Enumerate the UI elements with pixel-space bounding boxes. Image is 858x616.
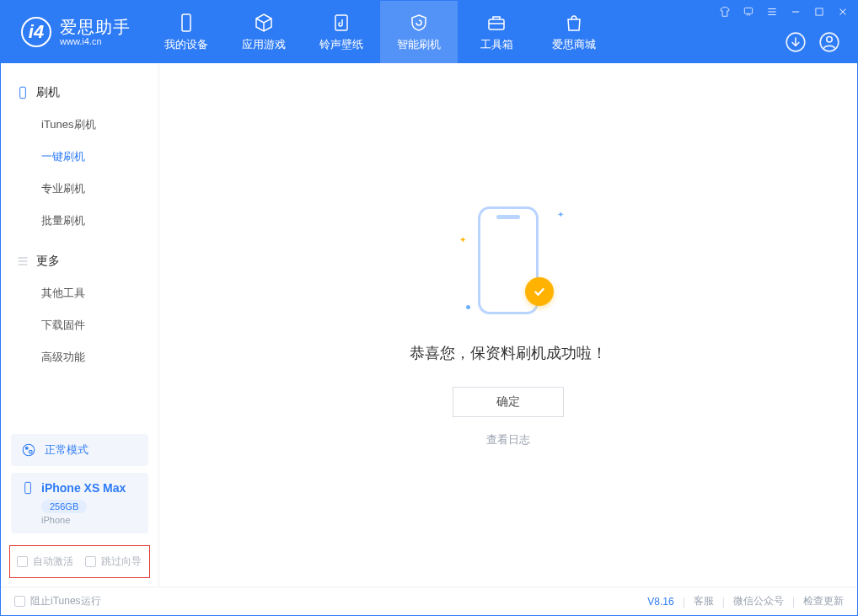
sidebar-group-flash: 刷机: [1, 80, 158, 105]
checkbox-auto-activate[interactable]: 自动激活: [17, 554, 73, 569]
nav-label: 工具箱: [480, 37, 513, 52]
ok-button[interactable]: 确定: [453, 387, 564, 417]
account-icon[interactable]: [818, 31, 840, 53]
checkbox-label: 阻止iTunes运行: [30, 594, 101, 608]
device-icon: [16, 86, 29, 99]
svg-rect-3: [744, 8, 752, 13]
close-icon[interactable]: [837, 6, 849, 20]
sidebar: 刷机 iTunes刷机 一键刷机 专业刷机 批量刷机 更多 其他工具 下载固件 …: [1, 63, 159, 587]
nav-tab-toolbox[interactable]: 工具箱: [458, 1, 535, 63]
feedback-icon[interactable]: [743, 6, 754, 20]
footer-link-support[interactable]: 客服: [694, 594, 714, 608]
nav-tab-store[interactable]: 爱思商城: [535, 1, 613, 63]
refresh-shield-icon: [409, 13, 429, 33]
bag-icon: [564, 13, 584, 33]
list-icon: [16, 254, 29, 268]
sparkle-icon: ✦: [459, 235, 466, 244]
nav-label: 应用游戏: [242, 37, 286, 52]
check-badge-icon: [525, 277, 554, 306]
separator: |: [792, 596, 795, 608]
sidebar-group-title: 更多: [36, 254, 60, 269]
nav-tab-flash[interactable]: 智能刷机: [380, 1, 458, 63]
svg-rect-4: [816, 8, 823, 15]
device-card[interactable]: iPhone XS Max 256GB iPhone: [11, 473, 148, 533]
cube-icon: [254, 13, 274, 33]
device-mode-card[interactable]: 正常模式: [11, 434, 148, 466]
minimize-icon[interactable]: [790, 6, 802, 20]
footer-link-wechat[interactable]: 微信公众号: [733, 594, 784, 608]
logo-icon: i4: [21, 17, 51, 47]
separator: |: [683, 596, 685, 608]
sidebar-group-more: 更多: [1, 249, 158, 274]
mode-icon: [21, 442, 36, 458]
sidebar-scroll: 刷机 iTunes刷机 一键刷机 专业刷机 批量刷机 更多 其他工具 下载固件 …: [1, 63, 158, 426]
toolbox-icon: [486, 13, 507, 33]
nav-tab-apps[interactable]: 应用游戏: [225, 1, 303, 63]
checkbox-icon: [85, 556, 96, 567]
app-footer: 阻止iTunes运行 V8.16 | 客服 | 微信公众号 | 检查更新: [1, 587, 857, 615]
top-nav: 我的设备 应用游戏 铃声壁纸 智能刷机 工具箱 爱思商城: [147, 1, 613, 63]
music-file-icon: [331, 13, 351, 33]
sidebar-item-oneclick-flash[interactable]: 一键刷机: [1, 141, 158, 173]
sidebar-item-itunes-flash[interactable]: iTunes刷机: [1, 109, 158, 141]
device-type: iPhone: [41, 515, 138, 525]
sidebar-item-download-firmware[interactable]: 下载固件: [1, 309, 158, 341]
options-highlight-box: 自动激活 跳过向导: [9, 545, 150, 578]
app-logo: i4 爱思助手 www.i4.cn: [1, 17, 147, 47]
app-domain: www.i4.cn: [60, 36, 131, 46]
phone-icon: [176, 13, 196, 33]
svg-rect-12: [25, 482, 31, 493]
app-name: 爱思助手: [60, 18, 131, 36]
checkbox-icon: [17, 556, 28, 567]
footer-link-update[interactable]: 检查更新: [803, 594, 844, 608]
svg-point-11: [29, 450, 32, 453]
svg-rect-8: [20, 87, 26, 98]
device-name: iPhone XS Max: [41, 481, 126, 495]
skin-icon[interactable]: [719, 6, 731, 20]
download-icon[interactable]: [785, 31, 807, 53]
nav-label: 我的设备: [164, 37, 208, 52]
checkbox-label: 跳过向导: [101, 554, 142, 569]
sidebar-items-more: 其他工具 下载固件 高级功能: [1, 274, 158, 385]
nav-tab-ringtones[interactable]: 铃声壁纸: [303, 1, 380, 63]
logo-text: 爱思助手 www.i4.cn: [60, 18, 131, 46]
success-illustration: ✦ ✦: [458, 203, 559, 321]
sidebar-device-area: 正常模式 iPhone XS Max 256GB iPhone: [1, 426, 158, 538]
svg-rect-2: [489, 19, 504, 29]
sidebar-item-other-tools[interactable]: 其他工具: [1, 277, 158, 309]
view-log-link[interactable]: 查看日志: [486, 432, 530, 447]
dot-icon: [466, 305, 470, 309]
maximize-icon[interactable]: [813, 6, 825, 20]
success-message: 恭喜您，保资料刷机成功啦！: [410, 343, 607, 363]
device-mode-label: 正常模式: [45, 442, 88, 458]
checkbox-block-itunes[interactable]: 阻止iTunes运行: [14, 594, 101, 608]
device-name-row: iPhone XS Max: [21, 481, 138, 495]
svg-point-9: [23, 444, 35, 456]
phone-small-icon: [21, 481, 35, 495]
menu-icon[interactable]: [766, 6, 778, 20]
nav-label: 铃声壁纸: [319, 37, 363, 52]
version-label: V8.16: [647, 596, 673, 608]
checkbox-label: 自动激活: [33, 554, 73, 569]
sparkle-icon: ✦: [557, 210, 564, 219]
checkbox-skip-guide[interactable]: 跳过向导: [85, 554, 142, 569]
nav-tab-my-device[interactable]: 我的设备: [147, 1, 225, 63]
device-capacity-badge: 256GB: [41, 500, 87, 513]
sidebar-group-title: 刷机: [36, 85, 60, 100]
svg-rect-0: [182, 14, 190, 31]
svg-point-7: [827, 37, 833, 43]
app-body: 刷机 iTunes刷机 一键刷机 专业刷机 批量刷机 更多 其他工具 下载固件 …: [1, 63, 857, 587]
sidebar-item-pro-flash[interactable]: 专业刷机: [1, 173, 158, 205]
header-actions: [785, 31, 840, 53]
sidebar-item-batch-flash[interactable]: 批量刷机: [1, 205, 158, 237]
nav-label: 爱思商城: [552, 37, 596, 52]
svg-point-10: [25, 447, 29, 450]
main-content: ✦ ✦ 恭喜您，保资料刷机成功啦！ 确定 查看日志: [159, 63, 857, 587]
svg-rect-1: [335, 15, 347, 30]
separator: |: [722, 596, 725, 608]
app-header: i4 爱思助手 www.i4.cn 我的设备 应用游戏 铃声壁纸 智能刷机 工具…: [1, 1, 857, 63]
sidebar-item-advanced[interactable]: 高级功能: [1, 341, 158, 373]
footer-right: V8.16 | 客服 | 微信公众号 | 检查更新: [647, 594, 844, 608]
sidebar-items-flash: iTunes刷机 一键刷机 专业刷机 批量刷机: [1, 105, 158, 249]
window-controls: [719, 6, 849, 20]
